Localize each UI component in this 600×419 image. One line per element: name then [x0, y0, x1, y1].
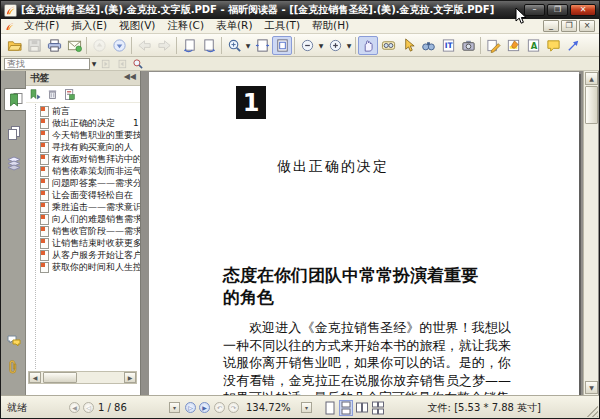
scroll-left-icon[interactable]: ◀: [29, 372, 41, 383]
scroll-up-icon[interactable]: ▲: [585, 72, 598, 85]
bookmark-page-icon: [40, 106, 49, 117]
last-page-button[interactable]: ▶: [199, 402, 210, 413]
select-tool-icon[interactable]: [398, 36, 418, 55]
expand-bookmark-icon[interactable]: [29, 88, 42, 101]
bookmark-item[interactable]: 前言: [36, 105, 140, 117]
find-previous-icon[interactable]: [98, 57, 114, 70]
next-view-button[interactable]: ↷: [228, 402, 239, 413]
doc-minimize-button[interactable]: _: [543, 20, 559, 32]
pencil-icon[interactable]: [483, 36, 503, 55]
continuous-view-icon[interactable]: [339, 400, 353, 416]
bookmark-options-icon[interactable]: [63, 88, 76, 101]
single-page-view-icon[interactable]: [323, 400, 337, 416]
open-icon[interactable]: [4, 36, 24, 55]
last-page-icon[interactable]: [109, 36, 129, 55]
document-view[interactable]: 1 做出正确的决定 态度在你们团队中常常扮演着重要的角色 欢迎进入《金克拉销售圣…: [141, 71, 599, 395]
sidebar-tab-pages[interactable]: [3, 121, 25, 144]
app-menu-icon[interactable]: [4, 21, 15, 32]
bookmark-item[interactable]: 问题即答案——需求分析: [36, 177, 140, 189]
scrollbar-thumb[interactable]: [43, 372, 77, 383]
menu-file[interactable]: 文件(F): [18, 19, 65, 33]
pdf-page: 1 做出正确的决定 态度在你们团队中常常扮演着重要的角色 欢迎进入《金克拉销售圣…: [149, 72, 579, 395]
arrow-tool-icon[interactable]: [563, 36, 583, 55]
zoom-tool-icon[interactable]: [224, 36, 244, 55]
highlight-icon[interactable]: [503, 36, 523, 55]
svg-text:A: A: [530, 40, 537, 50]
bookmark-item[interactable]: 销售收官阶段——需求满足: [36, 225, 140, 237]
first-page-icon[interactable]: [89, 36, 109, 55]
sidebar-tab-layers[interactable]: [3, 151, 25, 174]
snapshot-icon[interactable]: [458, 36, 478, 55]
full-search-icon[interactable]: [130, 57, 146, 70]
doc-restore-button[interactable]: ❐: [561, 20, 577, 32]
sidebar-tab-comments[interactable]: [3, 329, 25, 352]
fit-page-icon[interactable]: [272, 36, 292, 55]
page-dropdown-icon[interactable]: ▾: [169, 402, 180, 413]
bookmark-item[interactable]: 销售依靠策划而非运气: [36, 165, 140, 177]
zoom-level[interactable]: 134.72%: [246, 396, 291, 419]
bookmark-item[interactable]: 乘胜追击——需求意识: [36, 201, 140, 213]
print-icon[interactable]: [44, 36, 64, 55]
zoom-out-caret-icon[interactable]: ▼: [317, 42, 325, 49]
page-indicator[interactable]: 1 / 86: [98, 396, 127, 419]
select-text-icon[interactable]: IT: [438, 36, 458, 55]
menu-tools[interactable]: 工具(T): [258, 19, 306, 33]
sidebar-tab-bookmarks[interactable]: [4, 88, 26, 111]
email-icon[interactable]: [64, 36, 84, 55]
menu-insert[interactable]: 插入(E): [65, 19, 113, 33]
scroll-down-icon[interactable]: ▼: [585, 381, 598, 394]
prev-page-button[interactable]: ◁: [83, 402, 94, 413]
menu-comment[interactable]: 注释(C): [161, 19, 210, 33]
bookmark-item[interactable]: 向人们的难题销售需求解决: [36, 213, 140, 225]
back-icon[interactable]: [134, 36, 154, 55]
zoom-tool-caret-icon[interactable]: ▼: [244, 42, 252, 49]
vertical-scrollbar[interactable]: ▲ ▼: [583, 71, 598, 395]
close-button[interactable]: ✕: [570, 4, 596, 16]
bookmark-item[interactable]: 让销售结束时收获更多: [36, 237, 140, 249]
find-next-icon[interactable]: [114, 57, 130, 70]
bookmark-icon: [8, 92, 24, 108]
menu-form[interactable]: 表单(R): [210, 19, 259, 33]
loupe-icon[interactable]: [378, 36, 398, 55]
bookmark-item[interactable]: 获取你的时间和人生控制权: [36, 261, 140, 273]
panel-collapse-icon[interactable]: ◀◀: [124, 72, 136, 84]
maximize-button[interactable]: ❐: [547, 4, 568, 16]
zoom-in-caret-icon[interactable]: ▼: [345, 42, 353, 49]
bookmark-item[interactable]: 今天销售职业的重要技巧: [36, 129, 140, 141]
zoom-out-icon[interactable]: [297, 36, 317, 55]
bookmark-item[interactable]: 有效面对销售拜访中的恐惧: [36, 153, 140, 165]
zoom-dropdown-icon[interactable]: ▾: [301, 402, 312, 413]
prev-view-button[interactable]: ↶: [214, 402, 225, 413]
bookmarks-horizontal-scrollbar[interactable]: ◀ ▶: [28, 371, 137, 384]
find-icon[interactable]: [418, 36, 438, 55]
continuous-facing-view-icon[interactable]: [371, 400, 385, 416]
note-icon[interactable]: [543, 36, 563, 55]
bookmark-item[interactable]: 寻找有购买意向的人: [36, 141, 140, 153]
scrollbar-thumb[interactable]: [585, 86, 598, 124]
bookmark-item[interactable]: 做出正确的决定 1: [36, 117, 140, 129]
menu-help[interactable]: 帮助(H): [306, 19, 355, 33]
search-input[interactable]: [4, 58, 90, 70]
minimize-button[interactable]: –: [524, 4, 545, 16]
scroll-right-icon[interactable]: ▶: [124, 372, 136, 383]
prev-view-icon[interactable]: [179, 36, 199, 55]
bookmark-item[interactable]: 从客户服务开始让客户满意: [36, 249, 140, 261]
facing-view-icon[interactable]: [355, 400, 369, 416]
resize-grip[interactable]: [586, 405, 598, 417]
next-page-button[interactable]: ▷: [185, 402, 196, 413]
first-page-button[interactable]: ◀: [69, 402, 80, 413]
delete-bookmark-icon[interactable]: [46, 88, 59, 101]
save-icon[interactable]: [24, 36, 44, 55]
forward-icon[interactable]: [154, 36, 174, 55]
doc-close-button[interactable]: ×: [579, 20, 595, 32]
menu-view[interactable]: 视图(V): [113, 19, 161, 33]
fit-width-icon[interactable]: [252, 36, 272, 55]
bookmark-item[interactable]: 让会面变得轻松自在: [36, 189, 140, 201]
zoom-in-icon[interactable]: [325, 36, 345, 55]
find-caret-icon[interactable]: ▼: [90, 60, 98, 67]
hand-tool-icon[interactable]: [358, 36, 378, 55]
sidebar-tab-attachments[interactable]: [3, 354, 25, 377]
bookmark-page-icon: [40, 130, 49, 141]
next-view-icon[interactable]: [199, 36, 219, 55]
typewriter-icon[interactable]: A: [523, 36, 543, 55]
